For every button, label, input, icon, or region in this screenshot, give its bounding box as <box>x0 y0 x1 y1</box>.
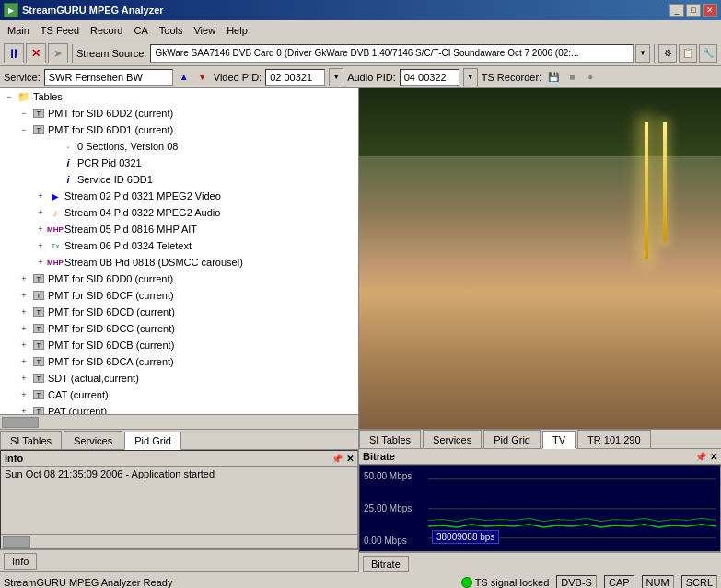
tree-scroll[interactable]: − 📁 Tables − T PMT for SID 6DD2 (current… <box>0 88 358 414</box>
stream-mhp-icon: MHP <box>48 222 63 236</box>
bottom-area: SI Tables Services Pid Grid Info 📌 ✕ Sun… <box>0 429 721 571</box>
tree-expand[interactable]: − <box>17 106 31 121</box>
tree-expand[interactable]: − <box>17 122 31 137</box>
bitrate-close-icon[interactable]: ✕ <box>710 452 717 462</box>
source-dropdown[interactable]: ▼ <box>635 44 650 63</box>
table-icon: T <box>31 271 46 286</box>
tree-expand[interactable]: + <box>33 189 48 203</box>
stream-audio-icon: ♪ <box>48 205 63 220</box>
tab-services-right[interactable]: Services <box>423 430 482 448</box>
ts-record-save[interactable]: 💾 <box>545 70 562 85</box>
tree-expand[interactable]: + <box>33 255 48 270</box>
audio-pid-input[interactable] <box>400 69 459 86</box>
pause-button[interactable]: ⏸ <box>4 43 24 63</box>
list-item[interactable]: · · 0 Sections, Version 08 <box>0 138 358 155</box>
list-item[interactable]: · i PCR Pid 0321 <box>0 155 358 171</box>
list-item[interactable]: + MHP Stream 05 Pid 0816 MHP AIT <box>0 221 358 237</box>
tree-root-expand[interactable]: − <box>2 89 17 104</box>
settings-button[interactable]: ⚙ <box>658 44 677 63</box>
tab-tr101290[interactable]: TR 101 290 <box>577 430 650 448</box>
video-pid-dropdown[interactable]: ▼ <box>329 68 343 86</box>
bitrate-footer-btn[interactable]: Bitrate <box>363 556 409 572</box>
title-bar: ▶ StreamGURU MPEG Analyzer _ □ ✕ <box>0 0 721 20</box>
menu-ca[interactable]: CA <box>129 23 154 38</box>
info-footer-btn[interactable]: Info <box>4 553 37 570</box>
tab-services[interactable]: Services <box>64 431 122 449</box>
forward-button[interactable]: ➤ <box>48 43 68 63</box>
list-item[interactable]: · i Service ID 6DD1 <box>0 171 358 188</box>
menu-help[interactable]: Help <box>221 23 253 38</box>
list-item[interactable]: + T PMT for SID 6DCF (current) <box>0 287 358 304</box>
tree-expand[interactable]: + <box>33 222 48 236</box>
list-item[interactable]: + ♪ Stream 04 Pid 0322 MPEG2 Audio <box>0 204 358 221</box>
tree-expand[interactable]: + <box>33 238 48 253</box>
audio-pid-dropdown[interactable]: ▼ <box>463 68 478 86</box>
bitrate-chart: 38009088 bps <box>428 469 716 548</box>
scrl-badge: SCRL <box>681 575 717 589</box>
bitrate-pin-icon[interactable]: 📌 <box>695 452 706 462</box>
menu-record[interactable]: Record <box>85 23 128 38</box>
tree-item-label: 0 Sections, Version 08 <box>77 141 178 152</box>
toolbar-icon2[interactable]: 🔧 <box>699 44 717 63</box>
service-input[interactable] <box>44 69 173 86</box>
list-item[interactable]: + T PMT for SID 6DD0 (current) <box>0 271 358 287</box>
tree-expand[interactable]: + <box>17 321 31 336</box>
menu-main[interactable]: Main <box>2 23 35 38</box>
list-item[interactable]: − T PMT for SID 6DD1 (current) <box>0 121 358 138</box>
tree-h-scrollbar[interactable] <box>0 414 358 429</box>
stop-button[interactable]: ✕ <box>26 43 46 63</box>
list-item[interactable]: + T SDT (actual,current) <box>0 370 358 386</box>
list-item[interactable]: + ▶ Stream 02 Pid 0321 MPEG2 Video <box>0 188 358 204</box>
tree-h-thumb[interactable] <box>2 417 39 428</box>
list-item[interactable]: + T PAT (current) <box>0 403 358 414</box>
minimize-button[interactable]: _ <box>669 4 684 17</box>
bitrate-label-low: 0.00 Mbps <box>364 536 428 546</box>
ts-record-dot[interactable]: ● <box>582 70 599 85</box>
tree-expand[interactable]: + <box>17 305 31 319</box>
list-item[interactable]: + T PMT for SID 6DCA (current) <box>0 353 358 370</box>
ts-record-stop[interactable]: ■ <box>564 70 580 85</box>
tree-expand[interactable]: + <box>17 338 31 352</box>
tree-expand[interactable]: + <box>17 371 31 386</box>
info-messages: Sun Oct 08 21:35:09 2006 - Application s… <box>1 467 357 534</box>
num-badge: NUM <box>642 575 674 589</box>
tree-expand[interactable]: + <box>17 387 31 402</box>
tab-si-tables[interactable]: SI Tables <box>0 431 62 449</box>
list-item[interactable]: + Tx Stream 06 Pid 0324 Teletext <box>0 237 358 254</box>
tree-expand[interactable]: + <box>17 271 31 286</box>
folder-icon: 📁 <box>17 89 31 104</box>
tree-expand[interactable]: + <box>17 288 31 303</box>
tab-tv[interactable]: TV <box>542 431 576 449</box>
toolbar-icon1[interactable]: 📋 <box>679 44 697 63</box>
menu-tools[interactable]: Tools <box>154 23 189 38</box>
list-item[interactable]: + T PMT for SID 6DCB (current) <box>0 337 358 353</box>
tree-expand[interactable]: + <box>17 404 31 414</box>
tree-expand[interactable]: + <box>33 205 48 220</box>
close-button[interactable]: ✕ <box>703 4 717 17</box>
service-next-button[interactable]: ▼ <box>195 70 210 85</box>
menu-view[interactable]: View <box>188 23 221 38</box>
list-item[interactable]: + T PMT for SID 6DCC (current) <box>0 320 358 337</box>
tab-si-tables-right[interactable]: SI Tables <box>359 430 421 448</box>
list-item[interactable]: + T PMT for SID 6DCD (current) <box>0 304 358 320</box>
tab-pid-grid[interactable]: Pid Grid <box>124 432 181 450</box>
info-pin-icon[interactable]: 📌 <box>331 454 343 464</box>
list-item[interactable]: − T PMT for SID 6DD2 (current) <box>0 105 358 121</box>
info-h-thumb[interactable] <box>3 536 30 548</box>
video-pid-input[interactable] <box>265 69 325 86</box>
list-item[interactable]: + T CAT (current) <box>0 386 358 403</box>
tab-pid-grid-right[interactable]: Pid Grid <box>483 430 541 448</box>
list-item[interactable]: + MHP Stream 0B Pid 0818 (DSMCC carousel… <box>0 254 358 271</box>
table-icon: T <box>31 354 46 369</box>
maximize-button[interactable]: □ <box>686 4 701 17</box>
tree-expand[interactable]: + <box>17 354 31 369</box>
menu-ts-feed[interactable]: TS Feed <box>35 23 85 38</box>
service-prev-button[interactable]: ▲ <box>177 70 192 85</box>
toolbar: ⏸ ✕ ➤ Stream Source: GkWare SAA7146 DVB … <box>0 40 721 66</box>
tree-root[interactable]: − 📁 Tables <box>0 88 358 105</box>
tree-root-label: Tables <box>33 91 63 102</box>
info-h-scrollbar[interactable] <box>1 534 357 548</box>
dvb-type-label: DVB-S <box>561 577 592 588</box>
info-close-icon[interactable]: ✕ <box>346 454 354 464</box>
video-panel <box>359 88 721 429</box>
